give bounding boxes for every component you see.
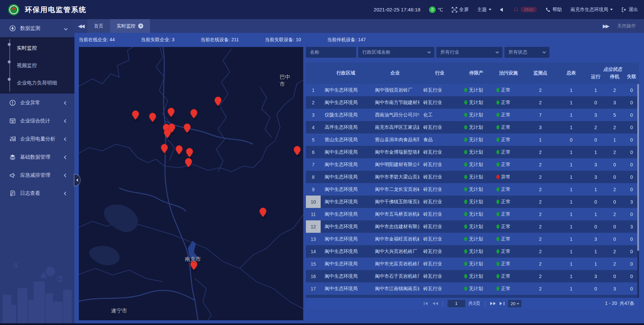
sidebar-item-0[interactable]: 数据监测 [0, 19, 74, 37]
cell-industry: 砖瓦行业 [419, 282, 460, 295]
prev-page-button[interactable] [432, 302, 438, 306]
logout-button[interactable]: 退出 [622, 7, 638, 13]
chevron-down-icon [489, 9, 491, 10]
sidebar-item-2[interactable]: 企业综合统计 [0, 112, 74, 130]
cell-halt: 0 [605, 233, 624, 245]
chevron-left-icon [64, 119, 67, 123]
table-row-10[interactable]: 10阆中生态环境局阆中千佛镇五郎垭页岩砖瓦行业无计划正常21003 [306, 196, 639, 208]
table-row-3[interactable]: 3仪陇生态环境局西南油气田分公司川中化工无计划正常71350 [306, 109, 639, 121]
status-dot [496, 138, 499, 142]
sidebar-item-label: 企业综合统计 [20, 118, 50, 124]
col-subheader-停机[interactable]: 停机 [605, 72, 624, 84]
table-row-8[interactable]: 8阆中生态环境局阆中市枣碧大梁山页岩砖瓦行业无计划异常21300 [306, 171, 639, 183]
submenu-item-企业电力负荷明细[interactable]: 企业电力负荷明细 [0, 74, 74, 92]
table-row-14[interactable]: 14阆中生态环境局阆中大兴页岩机砖厂砖瓦行业无计划正常21120 [306, 245, 639, 258]
help-button[interactable]: 帮助 [546, 7, 562, 13]
fullscreen-button[interactable]: 全屏 [452, 7, 469, 13]
col-subheader-失联[interactable]: 失联 [624, 72, 639, 84]
table-row-6[interactable]: 6阆中生态环境局阆中市金博瑞新型墙材砖瓦行业无计划正常21120 [306, 146, 639, 158]
col-header-治污设施[interactable]: 治污设施 [492, 62, 525, 84]
cell-stop-status: 无计划 [460, 208, 492, 220]
pagination-bar: | 1 共3页 | 20 1 - 20 [306, 298, 639, 309]
col-header-行业[interactable]: 行业 [419, 62, 460, 84]
page-size-select[interactable]: 20 [508, 300, 521, 307]
enterprise-table: 行政区域企业行业停限产治污设施监测点总表点位状态运行停机失联 1阆中生态环境局阆… [306, 62, 639, 309]
region-select[interactable]: 行政区域名称 [358, 47, 434, 58]
next-page-button[interactable] [490, 302, 496, 306]
map-panel[interactable]: 巴中市南充市遂宁市 [79, 47, 303, 320]
name-search-input[interactable]: 名称 [306, 47, 356, 58]
industry-select[interactable]: 所有行业 [436, 47, 502, 58]
sidebar-item-5[interactable]: 应急减排管理 [0, 166, 74, 184]
cell-company: 阆中大兴页岩机砖厂 [371, 245, 419, 258]
cell-facility-status: 正常 [492, 133, 525, 146]
sidebar-item-label: 日志查看 [20, 190, 40, 197]
col-header-总表[interactable]: 总表 [556, 62, 586, 84]
sidebar-item-1[interactable]: 企业异常 [0, 94, 74, 112]
table-row-4[interactable]: 4高坪生态环境局南充市高坪区王家店建砖瓦行业无计划正常31220 [306, 121, 639, 133]
status-dot [464, 187, 467, 192]
table-scrollbar[interactable] [637, 84, 639, 298]
cell-lost: 3 [624, 220, 639, 233]
col-header-行政区域[interactable]: 行政区域 [321, 62, 371, 84]
last-page-button[interactable] [499, 302, 504, 306]
col-subheader-运行[interactable]: 运行 [586, 72, 605, 84]
close-operations-button[interactable]: 关闭操作 [617, 23, 636, 29]
org-dropdown[interactable]: 南充市生态环境局 [571, 7, 613, 13]
table-row-11[interactable]: 11阆中生态环境局阆中市五马桥页岩机砖砖瓦行业无计划正常21120 [306, 208, 639, 220]
table-row-13[interactable]: 13阆中生态环境局阆中市金福旺页岩机砖砖瓦行业无计划正常21300 [306, 233, 639, 245]
status-dot [496, 175, 499, 179]
table-row-9[interactable]: 9阆中生态环境局阆中市二龙长宝页岩砖砖瓦行业无计划正常21120 [306, 183, 639, 196]
status-dot [496, 162, 499, 167]
log-file-icon [9, 190, 16, 197]
table-row-15[interactable]: 15阆中生态环境局阆中市光富页岩机砖厂砖瓦行业无计划正常21120 [306, 258, 639, 270]
tabs-scroll-left-button[interactable]: ◀◀ [74, 19, 87, 33]
map-city-label-巴中市: 巴中市 [280, 74, 296, 88]
record-total: 共47条 [620, 301, 634, 306]
tab-首页[interactable]: 首页 [87, 19, 110, 33]
sidebar-item-3[interactable]: 企业用电量分析 [0, 130, 74, 148]
cell-index: 3 [306, 109, 321, 121]
col-header-企业[interactable]: 企业 [371, 62, 419, 84]
table-row-2[interactable]: 2阆中生态环境局阆中市南方节能建材有砖瓦行业无计划正常21030 [306, 96, 639, 109]
status-select[interactable]: 所有状态 [504, 47, 549, 58]
table-row-12[interactable]: 12阆中生态环境局阆中市忠信建材有限公砖瓦行业无计划正常21003 [306, 220, 639, 233]
tab-close-icon[interactable]: ✕ [138, 23, 143, 29]
cell-company: 阆中市南方节能建材有 [371, 96, 419, 109]
submenu-item-视频监控[interactable]: 视频监控 [0, 57, 74, 74]
table-row-17[interactable]: 17阆中生态环境局阆中市江南镇阆南页岩砖瓦行业无计划正常21030 [306, 282, 639, 295]
cell-index: 1 [306, 84, 321, 96]
table-row-5[interactable]: 5营山生态环境局营山县润丰肉食品有限食品无计划正常10010 [306, 133, 639, 146]
cell-lost: 0 [624, 183, 639, 196]
sidebar-item-label: 企业异常 [20, 100, 40, 106]
sidebar-item-4[interactable]: 基础数据管理 [0, 148, 74, 166]
first-page-button[interactable] [423, 302, 429, 306]
cell-index: 15 [306, 258, 321, 270]
cell-run: 1 [586, 183, 605, 196]
cell-index: 13 [306, 233, 321, 245]
tabs-scroll-right-button[interactable]: ▶▶ [603, 23, 608, 29]
cell-run: 0 [586, 282, 605, 295]
cell-meters: 1 [556, 146, 586, 158]
mute-button[interactable] [500, 7, 505, 12]
tab-实时监控[interactable]: 实时监控✕ [110, 19, 150, 33]
pager-divider: | [484, 301, 486, 307]
table-row-16[interactable]: 16阆中生态环境局阆中市石子页岩机砖厂砖瓦行业无计划正常21300 [306, 270, 639, 282]
cell-lost: 0 [624, 258, 639, 270]
cell-stop-status: 无计划 [460, 133, 492, 146]
col-header-停限产[interactable]: 停限产 [460, 62, 492, 84]
cell-lost: 3 [624, 196, 639, 208]
col-header-监测点[interactable]: 监测点 [525, 62, 556, 84]
cell-run: 3 [586, 158, 605, 171]
submenu-item-实时监控[interactable]: 实时监控 [0, 39, 74, 57]
theme-dropdown[interactable]: 主题 [477, 7, 491, 13]
notification-area[interactable]: 2632 [514, 7, 537, 12]
cell-industry: 砖瓦行业 [419, 171, 460, 183]
status-dot [464, 212, 467, 216]
table-row-1[interactable]: 1阆中生态环境局阆中强锐页岩砖厂砖瓦行业无计划正常21120 [306, 84, 639, 96]
sidebar-item-6[interactable]: 日志查看 [0, 184, 74, 202]
table-row-18[interactable]: 18南部生态环境局南部县雅化工业有限公民爆行业无计划正常60060 [306, 295, 639, 298]
tab-label: 实时监控 [117, 23, 136, 29]
table-row-7[interactable]: 7阆中生态环境局阆中明阳建材有限公司砖瓦行业无计划正常21300 [306, 158, 639, 171]
page-number-input[interactable]: 1 [447, 300, 465, 307]
